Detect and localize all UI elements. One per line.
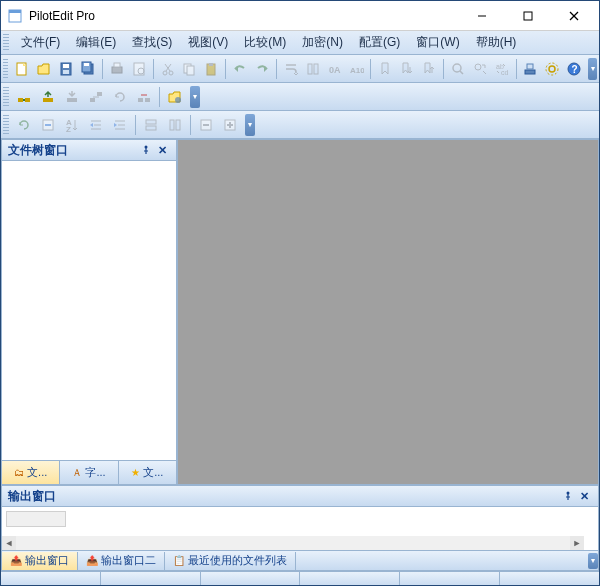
scroll-right-icon[interactable]: ► — [570, 536, 584, 550]
svg-text:A10: A10 — [350, 66, 364, 75]
minimize-button[interactable] — [459, 1, 505, 31]
ftp-sync-button[interactable] — [85, 86, 107, 108]
replace-button[interactable]: abcd — [492, 58, 512, 80]
horizontal-scrollbar[interactable]: ◄ ► — [2, 536, 584, 550]
svg-line-19 — [166, 64, 171, 71]
svg-point-70 — [567, 492, 570, 495]
ftp-disconnect-button[interactable] — [133, 86, 155, 108]
star-icon: ★ — [131, 467, 140, 478]
save-button[interactable] — [56, 58, 76, 80]
work-area: 文件树窗口 ✕ 🗂文... Ａ字... ★文... — [1, 139, 599, 485]
bookmark-prev-button[interactable] — [419, 58, 439, 80]
outdent-button[interactable] — [109, 114, 131, 136]
pin-icon[interactable] — [138, 142, 154, 158]
close-panel-icon[interactable]: ✕ — [576, 488, 592, 504]
maximize-button[interactable] — [505, 1, 551, 31]
ftp-connect-button[interactable] — [13, 86, 35, 108]
refresh-button[interactable] — [13, 114, 35, 136]
toolbar-handle[interactable] — [3, 87, 9, 107]
menu-config[interactable]: 配置(G) — [351, 32, 408, 53]
expand-all-button[interactable] — [219, 114, 241, 136]
toolbar-edit: AZ ▾ — [1, 111, 599, 139]
find-next-button[interactable] — [470, 58, 490, 80]
menu-help[interactable]: 帮助(H) — [468, 32, 525, 53]
titlebar: PilotEdit Pro — [1, 1, 599, 31]
svg-text:Z: Z — [66, 125, 71, 133]
encoding-button[interactable]: A10 — [347, 58, 367, 80]
sort-button[interactable]: AZ — [61, 114, 83, 136]
file-tree-body[interactable] — [1, 161, 177, 461]
toolbar-handle[interactable] — [3, 59, 8, 79]
statusbar — [1, 571, 599, 586]
menu-edit[interactable]: 编辑(E) — [68, 32, 124, 53]
svg-rect-35 — [527, 64, 533, 69]
tile-horizontal-button[interactable] — [140, 114, 162, 136]
file-tree-title: 文件树窗口 — [8, 142, 68, 159]
tile-vertical-button[interactable] — [164, 114, 186, 136]
svg-rect-1 — [9, 10, 21, 13]
toolbar-handle[interactable] — [3, 115, 9, 135]
toolbar-overflow-button[interactable]: ▾ — [190, 86, 200, 108]
menu-file[interactable]: 文件(F) — [13, 32, 68, 53]
toolbar-overflow-button[interactable]: ▾ — [245, 114, 255, 136]
open-file-button[interactable] — [34, 58, 54, 80]
copy-button[interactable] — [179, 58, 199, 80]
close-button[interactable] — [551, 1, 597, 31]
column-mode-button[interactable] — [303, 58, 323, 80]
svg-rect-9 — [63, 70, 69, 74]
ftp-upload-button[interactable] — [37, 86, 59, 108]
tab-recent-files[interactable]: 📋最近使用的文件列表 — [165, 552, 296, 570]
redo-button[interactable] — [252, 58, 272, 80]
tab-output-2[interactable]: 📤输出窗口二 — [78, 552, 165, 570]
menu-view[interactable]: 视图(V) — [180, 32, 236, 53]
ftp-browse-button[interactable] — [164, 86, 186, 108]
ftp-download-button[interactable] — [61, 86, 83, 108]
new-file-button[interactable] — [12, 58, 32, 80]
tab-output-1[interactable]: 📤输出窗口 — [2, 552, 78, 570]
status-cell — [500, 572, 599, 586]
indent-button[interactable] — [85, 114, 107, 136]
tabstrip-overflow-button[interactable]: ▾ — [588, 553, 598, 569]
ftp-refresh-button[interactable] — [109, 86, 131, 108]
svg-rect-14 — [114, 63, 120, 67]
status-cell — [201, 572, 301, 586]
svg-point-69 — [145, 146, 148, 149]
save-all-button[interactable] — [78, 58, 98, 80]
toolbar-separator — [102, 59, 103, 79]
pin-icon[interactable] — [560, 488, 576, 504]
cut-button[interactable] — [158, 58, 178, 80]
side-tab-files[interactable]: 🗂文... — [2, 461, 60, 484]
side-tab-favorites[interactable]: ★文... — [119, 461, 176, 484]
help-button[interactable]: ? — [564, 58, 584, 80]
side-tab-font[interactable]: Ａ字... — [60, 461, 118, 484]
ftp-button[interactable] — [520, 58, 540, 80]
hex-mode-button[interactable]: 0A — [325, 58, 345, 80]
paste-button[interactable] — [201, 58, 221, 80]
output-body[interactable]: ◄ ► — [1, 507, 599, 551]
print-button[interactable] — [107, 58, 127, 80]
scroll-left-icon[interactable]: ◄ — [2, 536, 16, 550]
menu-window[interactable]: 窗口(W) — [408, 32, 467, 53]
bookmark-button[interactable] — [375, 58, 395, 80]
toolbar-overflow-button[interactable]: ▾ — [588, 58, 597, 80]
menu-compare[interactable]: 比较(M) — [236, 32, 294, 53]
output-icon: 📤 — [10, 555, 22, 566]
word-wrap-button[interactable] — [281, 58, 301, 80]
svg-rect-40 — [18, 98, 23, 102]
editor-area[interactable] — [177, 139, 599, 485]
menu-encrypt[interactable]: 加密(N) — [294, 32, 351, 53]
bookmark-next-button[interactable] — [397, 58, 417, 80]
close-panel-icon[interactable]: ✕ — [154, 142, 170, 158]
print-preview-button[interactable] — [129, 58, 149, 80]
svg-rect-34 — [525, 70, 535, 74]
svg-point-29 — [453, 64, 461, 72]
collapse-all-button[interactable] — [195, 114, 217, 136]
menu-search[interactable]: 查找(S) — [124, 32, 180, 53]
goto-button[interactable] — [37, 114, 59, 136]
undo-button[interactable] — [230, 58, 250, 80]
settings-button[interactable] — [542, 58, 562, 80]
menubar-handle[interactable] — [3, 34, 9, 52]
svg-line-30 — [460, 71, 463, 74]
svg-rect-24 — [209, 63, 213, 66]
find-button[interactable] — [448, 58, 468, 80]
